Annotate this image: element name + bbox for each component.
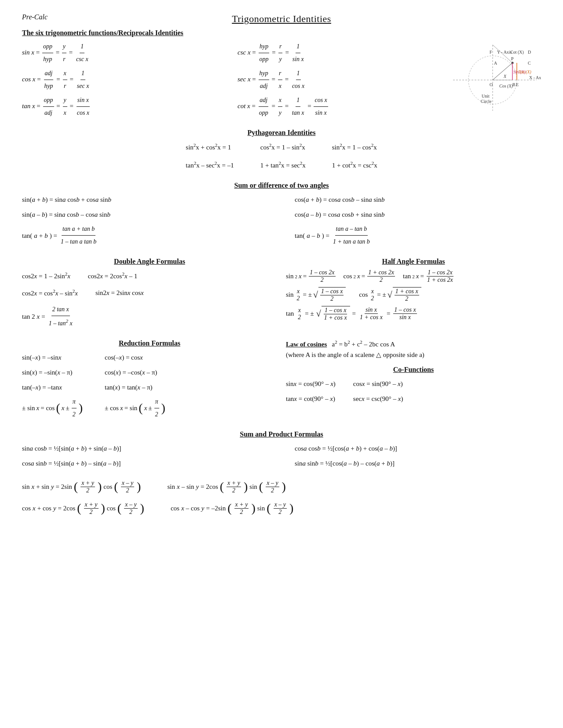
big-formulas: sin x + sin y = 2sin ( x + y2 ) cos ( x … [22,480,541,516]
csc-formula: csc x = hyp opp = r y = 1 sin x [238,40,435,66]
law-cosines-note: (where A is the angle of a scalene △ opp… [286,348,541,361]
svg-text:D: D [528,50,531,55]
red-8: ± cos x = sin ( x ± π2 ) [105,396,165,421]
red-6: cos(x) = –cos(x – π) [105,366,165,379]
cos-sum: cos(a + b) = cosa cosb – sina sinb [295,193,541,206]
svg-text:Tan (X): Tan (X) [518,69,532,75]
svg-text:C: C [528,61,531,66]
ha-row3: tan x2 = ± √ 1 – cos x1 + cos x = sin x1… [286,306,541,321]
six-trig-title: The six trigonometric functions/Reciproc… [22,29,541,37]
red-7: tan(x) = tan(x – π) [105,381,165,394]
svg-text:A: A [494,61,497,66]
bf-cosx-minus-cosy: cos x – cos y = –2sin ( x + y2 ) sin ( x… [171,501,293,516]
double-angle-title: Double Angle Formulas [22,258,277,266]
trig-col-left: sin x = opp hyp = y r = 1 csc x [22,40,220,121]
pythagorean-section: Pythagorean Identities sin2x + cos2x = 1… [22,129,541,174]
ha-row1: sin2 x = 1 – cos 2x2 cos2 x = 1 + cos 2x… [286,269,541,284]
svg-text:B: B [512,82,515,87]
cf-1: sinx = cos(90° – x) [286,377,336,390]
sum-diff-col-left: sin(a + b) = sina cosb + cosa sinb sin(a… [22,193,268,250]
sin-formula: sin x = opp hyp = y r = 1 csc x [22,40,220,66]
svg-text:P: P [511,56,514,61]
pyth-6: 1 + cot2x = csc2x [332,158,377,172]
double-angle-col: Double Angle Formulas cos2x = 1 – 2sin2x… [22,258,277,331]
pyth-2: tan2x – sec2x = –1 [186,158,234,172]
big-formula-row1: sin x + sin y = 2sin ( x + y2 ) cos ( x … [22,480,541,494]
double-half-grid: Double Angle Formulas cos2x = 1 – 2sin2x… [22,258,541,331]
sum-diff-section: Sum or difference of two angles sin(a + … [22,182,541,250]
bf-cosx-plus-cosy: cos x + cos y = 2cos ( x + y2 ) cos ( x … [22,501,144,516]
pythagorean-grid: sin2x + cos2x = 1 tan2x – sec2x = –1 cos… [22,140,541,174]
cofunc-left: sinx = cos(90° – x) tanx = cot(90° – x) [286,377,336,407]
svg-text:F: F [490,50,492,55]
cf-4: secx = csc(90° – x) [353,392,403,405]
unit-circle-diagram: Cos (X) Sin (X) Tan (X) Y - Axis Cot (X)… [444,40,541,117]
sin-sum: sin(a + b) = sina cosb + cosa sinb [22,193,268,206]
trig-col-right: csc x = hyp opp = r y = 1 sin x [238,40,435,121]
sum-diff-col-right: cos(a + b) = cosa cosb – sina sinb cos(a… [295,193,541,250]
svg-text:Cos (X): Cos (X) [499,84,513,89]
law-cosines-block: Law of cosines a2 = b2 + c2 – 2bc cos A … [286,339,541,361]
sp-col-right: cosa cosb = ½[cos(a + b) + cos(a – b)] s… [295,442,541,472]
pyth-col-2: cos2x = 1 – sin2x 1 + tan2x = sec2x [260,140,306,174]
six-trig-content: sin x = opp hyp = y r = 1 csc x [22,40,541,121]
page-title: Trigonometric Identities [232,13,331,25]
co-functions-grid: sinx = cos(90° – x) tanx = cot(90° – x) … [286,377,541,407]
da-3: tan 2x = 2 tan x 1 – tan2 x [22,303,277,330]
svg-text:Circle: Circle [481,99,492,104]
svg-text:Unit: Unit [482,94,490,98]
svg-text:Cot (X): Cot (X) [510,50,524,55]
red-4: ± sin x = cos ( x ± π2 ) [22,396,83,421]
sum-diff-grid: sin(a + b) = sina cosb + cosa sinb sin(a… [22,193,541,250]
cot-formula: cot x = adj opp = x y = 1 tan x [238,94,435,119]
six-trig-section: The six trigonometric functions/Reciproc… [22,29,541,121]
red-5: cos(–x) = cosx [105,351,165,364]
pyth-3: cos2x = 1 – sin2x [260,140,306,154]
law-cosines-title: Law of cosines [286,341,327,348]
pyth-col-3: sin2x = 1 – cos2x 1 + cot2x = csc2x [332,140,377,174]
page-header: Pre-Calc Trigonometric Identities [22,13,541,25]
red-2: sin(x) = –sin(x – π) [22,366,83,379]
cofunc-right: cosx = sin(90° – x) secx = csc(90° – x) [353,377,403,407]
reduction-law-grid: Reduction Formulas sin(–x) = –sinx sin(x… [22,339,541,422]
double-half-section: Double Angle Formulas cos2x = 1 – 2sin2x… [22,258,541,331]
tan-diff: tan(a – b) = tan a – tan b 1 + tan a tan… [295,223,541,248]
sp-col-left: sina cosb = ½[sin(a + b) + sin(a – b)] c… [22,442,268,472]
half-angle-title: Half Angle Formulas [286,258,541,266]
pyth-5: sin2x = 1 – cos2x [332,140,377,154]
reduction-col: Reduction Formulas sin(–x) = –sinx sin(x… [22,339,277,422]
svg-text:Y - Axis: Y - Axis [497,50,512,55]
da-2: cos2x = cos2x – sin2x sin2x = 2sinx cosx [22,286,277,300]
co-functions-title: Co-Functions [286,366,541,374]
cf-3: cosx = sin(90° – x) [353,377,403,390]
cf-2: tanx = cot(90° – x) [286,392,336,405]
svg-text:E: E [516,82,519,87]
pyth-4: 1 + tan2x = sec2x [260,158,306,172]
tan-formula: tan x = opp adj = y x = sin x cos x [22,94,220,119]
co-functions-block: Co-Functions sinx = cos(90° – x) tanx = … [286,366,541,407]
reduction-right: cos(–x) = cosx cos(x) = –cos(x – π) tan(… [105,351,165,422]
sin-diff: sin(a – b) = sina cosb – cosa sinb [22,208,268,221]
cos-formula: cos x = adj hyp = x r = 1 sec x [22,67,220,92]
reduction-title: Reduction Formulas [22,339,277,347]
law-cofunc-col: Law of cosines a2 = b2 + c2 – 2bc cos A … [286,339,541,422]
sp-3: cosa cosb = ½[cos(a + b) + cos(a – b)] [295,442,541,455]
sp-4: sina sinb = ½[cos(a – b) – cos(a + b)] [295,457,541,470]
pyth-col-1: sin2x + cos2x = 1 tan2x – sec2x = –1 [186,140,234,174]
pre-calc-label: Pre-Calc [22,13,48,21]
reduction-left: sin(–x) = –sinx sin(x) = –sin(x – π) tan… [22,351,83,422]
sp-1: sina cosb = ½[sin(a + b) + sin(a – b)] [22,442,268,455]
svg-text:O: O [490,82,493,87]
sum-product-title: Sum and Product Formulas [22,430,541,438]
half-angle-col: Half Angle Formulas sin2 x = 1 – cos 2x2… [286,258,541,331]
pyth-1: sin2x + cos2x = 1 [186,140,234,154]
svg-text:X - Axis: X - Axis [529,75,541,80]
law-cosines-formula: a2 = b2 + c2 – 2bc cos A [332,341,395,348]
six-trig-formulas: sin x = opp hyp = y r = 1 csc x [22,40,435,121]
pythagorean-title: Pythagorean Identities [22,129,541,137]
tan-sum: tan(a + b) = tan a + tan b 1 – tan a tan… [22,223,268,248]
cos-diff: cos(a – b) = cosa cosb + sina sinb [295,208,541,221]
sum-diff-title: Sum or difference of two angles [22,182,541,189]
sp-2: cosa sinb = ½[sin(a + b) – sin(a – b)] [22,457,268,470]
red-3: tan(–x) = –tanx [22,381,83,394]
